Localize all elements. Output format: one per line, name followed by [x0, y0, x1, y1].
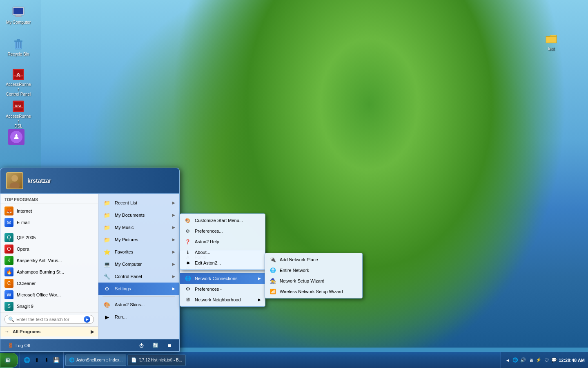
- ashampoo-icon: 🔥: [4, 267, 13, 276]
- menu-item-controlpanel[interactable]: Control Panel ▶: [98, 270, 179, 283]
- ccleaner-label: CCleaner: [17, 281, 94, 286]
- menu-item-qip[interactable]: Q QIP 2005: [0, 232, 98, 243]
- menu-item-skins[interactable]: 🎨 Aston2 Skins...: [98, 298, 179, 311]
- svg-point-21: [11, 175, 18, 182]
- desktop-icon-accessrunner-label: AccessRunnerControl Panel: [6, 82, 31, 97]
- submenu-networkwizard[interactable]: 🧙 Network Setup Wizard: [265, 276, 362, 286]
- all-programs-button[interactable]: → All Programs ▶: [0, 326, 98, 337]
- logoff-button[interactable]: 🚪 Log Off: [4, 341, 33, 349]
- favorites-icon: [102, 247, 111, 256]
- menu-item-mypics[interactable]: My Pictures ▶: [98, 233, 179, 246]
- run-icon: ▶: [102, 312, 111, 321]
- desktop-icon-accessrunner[interactable]: A AccessRunnerControl Panel: [4, 66, 33, 99]
- menu-item-run[interactable]: ▶ Run...: [98, 311, 179, 323]
- shutdown-icon: ⏹: [167, 343, 172, 348]
- submenu-preferences[interactable]: ⚙ Preferences -: [180, 284, 265, 294]
- email-label: E-mail: [17, 220, 94, 225]
- tray-volume-icon[interactable]: 🔊: [520, 357, 526, 364]
- taskbar-item-histfile[interactable]: 📄 [17.12 hist nick.txt] - B...: [127, 355, 186, 366]
- search-input-wrap: 🔍 ▶: [4, 315, 94, 324]
- svg-rect-2: [16, 15, 21, 16]
- start-button[interactable]: ⊞: [0, 353, 18, 368]
- prefs2-icon: ⚙: [184, 227, 192, 235]
- tray-msg-icon[interactable]: 💬: [551, 357, 557, 364]
- tray-hide-arrow[interactable]: ◄: [504, 357, 511, 364]
- submenu-network-connections[interactable]: 🌐 Network Connections ▶: [180, 273, 265, 284]
- recycle-bin-icon: [12, 38, 25, 51]
- entirenetwork-label: Entire Network: [280, 268, 358, 273]
- menu-item-internet[interactable]: 🦊 Internet: [0, 205, 98, 217]
- svg-rect-1: [13, 8, 23, 14]
- taskbar-item-astonshell[interactable]: 🌐 AstonShell.com :: Index...: [65, 355, 126, 366]
- menu-item-favorites[interactable]: Favorites ▶: [98, 246, 179, 258]
- exit-label: Exit Aston2...: [195, 260, 261, 265]
- menu-item-office[interactable]: W Microsoft Office Wor...: [0, 289, 98, 301]
- tray-monitor-icon[interactable]: 🖥: [528, 357, 534, 364]
- menu-item-recentlist[interactable]: Recent List ▶: [98, 197, 179, 209]
- submenu-entirenetwork[interactable]: 🌐 Entire Network: [265, 265, 362, 276]
- desktop-icon-accessrunner-dsl[interactable]: DSL AccessRunnerDSL: [4, 98, 33, 130]
- office-icon: W: [4, 290, 13, 299]
- desktop-icon-test-label: test: [548, 47, 555, 52]
- mydocs-arrow: ▶: [172, 213, 175, 217]
- submenu-exit[interactable]: ✖ Exit Aston2...: [180, 258, 265, 268]
- desktop-icon-recycle-label: Recycle Bin: [8, 52, 29, 57]
- tray-network-icon[interactable]: 🌐: [512, 357, 519, 364]
- preferences-icon: ⚙: [184, 285, 192, 293]
- search-bar: 🔍 ▶: [0, 312, 98, 326]
- menu-item-snagit[interactable]: S SnagIt 9: [0, 301, 98, 312]
- tray-shield-icon[interactable]: 🛡: [543, 357, 550, 364]
- astonshell-icon: 🌐: [69, 357, 75, 363]
- submenu-addnetwork[interactable]: 🔌 Add Network Place: [265, 254, 362, 265]
- menu-item-kaspersky[interactable]: K Kaspersky Anti-Virus...: [0, 255, 98, 266]
- menu-item-mycomputer[interactable]: My Computer ▶: [98, 258, 179, 270]
- all-programs-label: All Programs: [13, 329, 40, 334]
- submenu-network-neighborhood[interactable]: 🖥 Network Neighborhood ▶: [180, 294, 265, 305]
- accessrunner-dsl-icon: DSL: [12, 100, 25, 113]
- ql-up[interactable]: ⬆: [32, 356, 41, 365]
- network-connections-submenu: 🔌 Add Network Place 🌐 Entire Network 🧙 N…: [265, 253, 363, 298]
- desktop-icon-mycomputer[interactable]: My Computer: [4, 4, 33, 27]
- search-submit[interactable]: ▶: [84, 316, 90, 323]
- submenu-customize[interactable]: 🎨 Customize Start Menu...: [180, 215, 265, 226]
- firefox-icon: 🦊: [4, 206, 13, 215]
- menu-item-opera[interactable]: O Opera: [0, 243, 98, 255]
- networkwizard-label: Network Setup Wizard: [280, 278, 358, 283]
- customize-icon: 🎨: [184, 217, 192, 224]
- networkwizard-icon: 🧙: [269, 277, 276, 285]
- power-button[interactable]: ⏻: [136, 342, 147, 349]
- qip-icon: Q: [4, 233, 13, 242]
- recentlist-arrow: ▶: [172, 201, 175, 205]
- user-avatar: [6, 172, 23, 189]
- ql-floppy[interactable]: 💾: [52, 356, 61, 365]
- restart-icon: 🔄: [153, 343, 158, 348]
- taskbar: ⊞ 🌐 ⬆ ⬇ 💾 🌐 AstonShell.com :: Index... 📄…: [0, 352, 588, 368]
- controlpanel-label: Control Panel: [115, 274, 169, 279]
- start-menu: krstatzar Top Programs 🦊 Internet ✉ E-ma…: [0, 168, 180, 352]
- svg-point-22: [10, 182, 20, 188]
- submenu-prefs2[interactable]: ⚙ Preferences...: [180, 226, 265, 236]
- submenu-aston2help[interactable]: ❓ Aston2 Help: [180, 236, 265, 247]
- ql-globe[interactable]: 🌐: [22, 356, 31, 365]
- menu-item-ccleaner[interactable]: C CCleaner: [0, 278, 98, 289]
- shutdown-button[interactable]: ⏹: [164, 342, 175, 349]
- menu-item-mymusic[interactable]: My Music ▶: [98, 221, 179, 233]
- submenu-about[interactable]: ℹ About...: [180, 247, 265, 258]
- menu-item-email[interactable]: ✉ E-mail: [0, 217, 98, 228]
- submenu-wirelesswizard[interactable]: 📶 Wireless Network Setup Wizard: [265, 286, 362, 297]
- menu-item-ashampoo[interactable]: 🔥 Ashampoo Burning St...: [0, 266, 98, 278]
- mymusic-icon: [102, 223, 111, 232]
- wirelesswizard-label: Wireless Network Setup Wizard: [280, 289, 358, 294]
- internet-label: Internet: [17, 209, 94, 213]
- desktop-icon-test[interactable]: test: [537, 31, 566, 53]
- menu-item-mydocs[interactable]: My Documents ▶: [98, 209, 179, 221]
- desktop-icon-recycle[interactable]: Recycle Bin: [4, 36, 33, 58]
- addnetwork-icon: 🔌: [269, 256, 276, 263]
- tray-usb-icon[interactable]: ⚡: [535, 357, 542, 364]
- menu-item-settings[interactable]: ⚙ Settings ▶: [98, 283, 179, 295]
- network-connections-label: Network Connections: [195, 276, 255, 281]
- ql-down[interactable]: ⬇: [42, 356, 51, 365]
- desktop: My Computer Recycle Bin A AccessRunnerCo…: [0, 0, 588, 368]
- restart-button[interactable]: 🔄: [149, 341, 162, 349]
- search-input[interactable]: [16, 317, 82, 322]
